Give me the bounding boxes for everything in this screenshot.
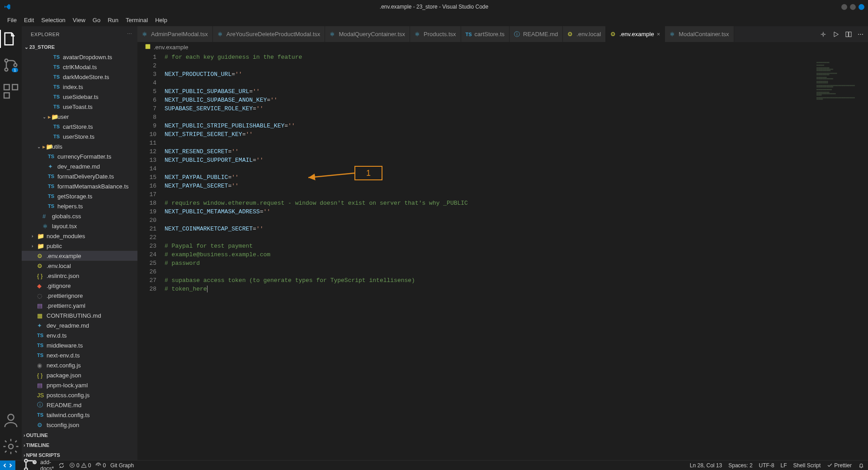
activity-settings[interactable] bbox=[0, 437, 22, 456]
tab-readme-md[interactable]: ⓘREADME.md× bbox=[509, 26, 563, 42]
file-item--env-example[interactable]: ⚙.env.example bbox=[22, 251, 137, 261]
menu-view[interactable]: View bbox=[69, 15, 89, 25]
activity-explorer[interactable] bbox=[0, 30, 22, 48]
menu-run[interactable]: Run bbox=[104, 15, 122, 25]
file-item-env-d-ts[interactable]: TSenv.d.ts bbox=[22, 330, 137, 340]
window-minimize[interactable] bbox=[841, 4, 847, 10]
folder-item-user[interactable]: ⌄▸📁user bbox=[22, 112, 137, 122]
window-close[interactable] bbox=[859, 4, 864, 10]
file-item--env-local[interactable]: ⚙.env.local bbox=[22, 261, 137, 271]
file-item-cartstore-ts[interactable]: TScartStore.ts bbox=[22, 122, 137, 132]
status-radio[interactable]: 0 bbox=[95, 462, 106, 469]
file-tree[interactable]: TSavatarDropdown.tsTSctrlKModal.tsTSdark… bbox=[22, 52, 137, 430]
tab-label: ModalQueryContainer.tsx bbox=[339, 31, 405, 38]
env-icon: ⚙ bbox=[567, 31, 574, 38]
file-item-userstore-ts[interactable]: TSuserStore.ts bbox=[22, 132, 137, 141]
file-item-getstorage-ts[interactable]: TSgetStorage.ts bbox=[22, 191, 137, 201]
menu-selection[interactable]: Selection bbox=[38, 15, 69, 25]
file-item-usetoast-ts[interactable]: TSuseToast.ts bbox=[22, 102, 137, 112]
tab-products-tsx[interactable]: ⚛Products.tsx× bbox=[410, 26, 461, 42]
status-spaces[interactable]: Spaces: 2 bbox=[728, 462, 752, 469]
file-item-postcss-config-js[interactable]: JSpostcss.config.js bbox=[22, 390, 137, 400]
status-bell-icon[interactable] bbox=[858, 462, 864, 469]
section-timeline[interactable]: › TIMELINE bbox=[22, 440, 137, 450]
file-item-currencyformatter-ts[interactable]: TScurrencyFormatter.ts bbox=[22, 151, 137, 161]
close-icon[interactable]: × bbox=[657, 31, 660, 38]
file-item--prettierrc-yaml[interactable]: ▤.prettierrc.yaml bbox=[22, 301, 137, 310]
project-header[interactable]: ⌄ 23_STORE bbox=[22, 42, 137, 52]
file-item-avatardropdown-ts[interactable]: TSavatarDropdown.ts bbox=[22, 52, 137, 62]
tab-adminpanelmodal-tsx[interactable]: ⚛AdminPanelModal.tsx× bbox=[137, 26, 213, 42]
more-icon[interactable]: ⋯ bbox=[858, 31, 863, 38]
breadcrumb[interactable]: .env.example bbox=[137, 42, 868, 52]
run-config-icon[interactable] bbox=[820, 31, 827, 38]
file-item--eslintrc-json[interactable]: { }.eslintrc.json bbox=[22, 271, 137, 281]
status-branch[interactable]: add-docs* bbox=[22, 456, 54, 470]
tab-label: .env.local bbox=[576, 31, 601, 38]
menu-file[interactable]: File bbox=[4, 15, 20, 25]
yaml-icon: ▤ bbox=[37, 302, 44, 309]
activity-extensions[interactable] bbox=[0, 82, 22, 100]
file-item--prettierignore[interactable]: ◌.prettierignore bbox=[22, 291, 137, 301]
sidebar-more-icon[interactable]: ⋯ bbox=[127, 31, 132, 37]
folder-item-public[interactable]: ›📁public bbox=[22, 241, 137, 251]
file-item-middleware-ts[interactable]: TSmiddleware.ts bbox=[22, 340, 137, 350]
file-item-layout-tsx[interactable]: ⚛layout.tsx bbox=[22, 221, 137, 231]
react-icon: ⚛ bbox=[670, 31, 676, 38]
split-editor-icon[interactable] bbox=[845, 31, 852, 38]
tab-modalquerycontainer-tsx[interactable]: ⚛ModalQueryContainer.tsx× bbox=[325, 26, 410, 42]
file-item-dev-readme-md[interactable]: ✦dev_readme.md bbox=[22, 320, 137, 330]
svg-rect-3 bbox=[4, 85, 9, 90]
activity-scm[interactable]: 1 bbox=[0, 56, 22, 74]
file-item-next-config-js[interactable]: ◉next.config.js bbox=[22, 360, 137, 370]
section-outline[interactable]: › OUTLINE bbox=[22, 430, 137, 440]
status-sync[interactable] bbox=[58, 462, 65, 469]
status-position[interactable]: Ln 28, Col 13 bbox=[690, 462, 722, 469]
tab--env-example[interactable]: ⚙.env.example× bbox=[606, 26, 665, 42]
tab-cartstore-ts[interactable]: TScartStore.ts× bbox=[461, 26, 509, 42]
tab-modalcontainer-tsx[interactable]: ⚛ModalContainer.tsx× bbox=[665, 26, 734, 42]
activity-account[interactable] bbox=[0, 411, 22, 429]
readme-icon: ⓘ bbox=[37, 401, 44, 409]
file-item-dev-readme-md[interactable]: ✦dev_readme.md bbox=[22, 161, 137, 171]
file-label: pnpm-lock.yaml bbox=[47, 382, 88, 389]
file-label: env.d.ts bbox=[47, 332, 67, 339]
window-maximize[interactable] bbox=[850, 4, 856, 10]
ts-icon: TS bbox=[48, 203, 55, 209]
file-item-readme-md[interactable]: ⓘREADME.md bbox=[22, 400, 137, 410]
code-content[interactable]: # for each key guideness in the feature … bbox=[165, 52, 868, 460]
file-item-pnpm-lock-yaml[interactable]: ▤pnpm-lock.yaml bbox=[22, 380, 137, 390]
status-prettier[interactable]: Prettier bbox=[827, 462, 852, 469]
file-item-next-env-d-ts[interactable]: TSnext-env.d.ts bbox=[22, 350, 137, 360]
file-item-globals-css[interactable]: #globals.css bbox=[22, 211, 137, 221]
folder-item-node-modules[interactable]: ›📁node_modules bbox=[22, 231, 137, 241]
folder-item-utils[interactable]: ⌄▸📁utils bbox=[22, 141, 137, 151]
remote-indicator[interactable] bbox=[0, 461, 15, 470]
menu-help[interactable]: Help bbox=[151, 15, 171, 25]
svg-point-2 bbox=[14, 64, 17, 67]
file-item-index-ts[interactable]: TSindex.ts bbox=[22, 82, 137, 92]
editor-body[interactable]: 1234567891011121314151617181920212223242… bbox=[137, 52, 868, 460]
file-item-usesidebar-ts[interactable]: TSuseSidebar.ts bbox=[22, 92, 137, 102]
menu-terminal[interactable]: Terminal bbox=[122, 15, 151, 25]
status-gitgraph[interactable]: Git Graph bbox=[110, 462, 134, 469]
file-item-formatmetamaskbalance-ts[interactable]: TSformatMetamaskBalance.ts bbox=[22, 181, 137, 191]
status-encoding[interactable]: UTF-8 bbox=[759, 462, 774, 469]
file-item-helpers-ts[interactable]: TShelpers.ts bbox=[22, 201, 137, 211]
tab--env-local[interactable]: ⚙.env.local× bbox=[563, 26, 606, 42]
file-item-formatdeliverydate-ts[interactable]: TSformatDeliveryDate.ts bbox=[22, 171, 137, 181]
menu-edit[interactable]: Edit bbox=[20, 15, 38, 25]
file-item-ctrlkmodal-ts[interactable]: TSctrlKModal.ts bbox=[22, 62, 137, 72]
file-item-tailwind-config-ts[interactable]: TStailwind.config.ts bbox=[22, 410, 137, 420]
file-item-tsconfig-json[interactable]: ⚙tsconfig.json bbox=[22, 420, 137, 430]
run-icon[interactable] bbox=[832, 31, 840, 38]
status-eol[interactable]: LF bbox=[781, 462, 787, 469]
status-lang[interactable]: Shell Script bbox=[793, 462, 821, 469]
file-item--gitignore[interactable]: ◆.gitignore bbox=[22, 281, 137, 291]
file-item-package-json[interactable]: { }package.json bbox=[22, 370, 137, 380]
menu-go[interactable]: Go bbox=[89, 15, 104, 25]
file-item-darkmodestore-ts[interactable]: TSdarkModeStore.ts bbox=[22, 72, 137, 82]
file-item-contributing-md[interactable]: ▦CONTRIBUTING.md bbox=[22, 310, 137, 320]
status-problems[interactable]: 0 0 bbox=[69, 462, 91, 469]
tab-areyousuredeleteproductmodal-tsx[interactable]: ⚛AreYouSureDeleteProductModal.tsx× bbox=[213, 26, 326, 42]
